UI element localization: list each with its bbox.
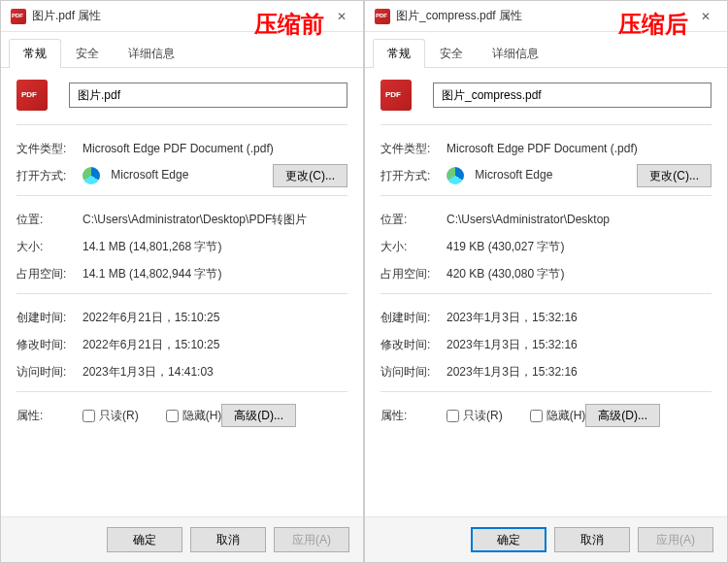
titlebar: 图片_compress.pdf 属性 ✕: [365, 1, 727, 32]
label-openwith: 打开方式:: [381, 168, 447, 184]
row-location: 位置: C:\Users\Administrator\Desktop\PDF转图…: [17, 206, 347, 233]
close-button[interactable]: ✕: [324, 3, 359, 30]
cancel-button[interactable]: 取消: [190, 527, 266, 552]
row-sizeondisk: 占用空间: 420 KB (430,080 字节): [381, 260, 711, 287]
value-openwith: Microsoft Edge: [83, 167, 273, 184]
pdf-file-icon: [17, 80, 48, 111]
value-created: 2022年6月21日，15:10:25: [83, 310, 347, 326]
advanced-button[interactable]: 高级(D)...: [585, 404, 660, 427]
row-created: 创建时间: 2023年1月3日，15:32:16: [381, 304, 711, 331]
label-modified: 修改时间:: [17, 337, 83, 353]
separator: [17, 293, 347, 294]
row-filetype: 文件类型: Microsoft Edge PDF Document (.pdf): [381, 135, 711, 162]
separator: [17, 195, 347, 196]
label-created: 创建时间:: [381, 310, 447, 326]
change-button[interactable]: 更改(C)...: [637, 164, 711, 187]
value-accessed: 2023年1月3日，15:32:16: [447, 364, 711, 381]
value-size: 419 KB (430,027 字节): [447, 239, 711, 255]
separator: [381, 195, 711, 196]
hidden-checkbox[interactable]: 隐藏(H): [166, 408, 222, 424]
value-filetype: Microsoft Edge PDF Document (.pdf): [447, 142, 711, 155]
separator: [17, 124, 347, 125]
row-openwith: 打开方式: Microsoft Edge 更改(C)...: [17, 162, 347, 189]
separator: [17, 391, 347, 392]
apply-button[interactable]: 应用(A): [274, 527, 349, 552]
row-filetype: 文件类型: Microsoft Edge PDF Document (.pdf): [17, 135, 347, 162]
value-accessed: 2023年1月3日，14:41:03: [83, 364, 347, 381]
row-modified: 修改时间: 2022年6月21日，15:10:25: [17, 331, 347, 358]
value-location: C:\Users\Administrator\Desktop\PDF转图片: [83, 212, 347, 228]
apply-button[interactable]: 应用(A): [638, 527, 713, 552]
readonly-checkbox[interactable]: 只读(R): [83, 408, 139, 424]
close-button[interactable]: ✕: [688, 3, 723, 30]
readonly-input[interactable]: [447, 410, 459, 422]
label-openwith: 打开方式:: [17, 168, 83, 184]
label-filetype: 文件类型:: [381, 141, 447, 157]
hidden-input[interactable]: [166, 410, 179, 422]
footer: 确定 取消 应用(A): [1, 516, 363, 562]
value-openwith: Microsoft Edge: [447, 167, 637, 184]
readonly-label: 只读(R): [463, 408, 503, 424]
app-name: Microsoft Edge: [475, 168, 552, 182]
hidden-label: 隐藏(H): [182, 408, 222, 424]
tab-general[interactable]: 常规: [373, 39, 425, 68]
label-attributes: 属性:: [17, 408, 83, 424]
tab-details[interactable]: 详细信息: [114, 39, 189, 68]
ok-button[interactable]: 确定: [471, 527, 546, 552]
label-created: 创建时间:: [17, 310, 83, 326]
pdf-file-icon: [381, 80, 412, 111]
footer: 确定 取消 应用(A): [365, 516, 727, 562]
filename-input[interactable]: [433, 83, 711, 108]
tab-security[interactable]: 安全: [425, 39, 478, 68]
value-modified: 2023年1月3日，15:32:16: [447, 337, 711, 353]
file-header: [17, 80, 347, 111]
value-filetype: Microsoft Edge PDF Document (.pdf): [83, 142, 347, 155]
readonly-checkbox[interactable]: 只读(R): [447, 408, 503, 424]
cancel-button[interactable]: 取消: [554, 527, 630, 552]
change-button[interactable]: 更改(C)...: [273, 164, 347, 187]
label-attributes: 属性:: [381, 408, 447, 424]
tabs: 常规 安全 详细信息: [1, 38, 363, 68]
content: 文件类型: Microsoft Edge PDF Document (.pdf)…: [365, 68, 727, 516]
row-accessed: 访问时间: 2023年1月3日，14:41:03: [17, 358, 347, 385]
value-sizeondisk: 14.1 MB (14,802,944 字节): [83, 266, 347, 282]
separator: [381, 391, 711, 392]
value-modified: 2022年6月21日，15:10:25: [83, 337, 347, 353]
ok-button[interactable]: 确定: [107, 527, 182, 552]
label-filetype: 文件类型:: [17, 141, 83, 157]
attribute-checks: 只读(R) 隐藏(H): [447, 408, 585, 424]
row-attributes: 属性: 只读(R) 隐藏(H) 高级(D)...: [381, 402, 711, 429]
value-sizeondisk: 420 KB (430,080 字节): [447, 266, 711, 282]
tab-details[interactable]: 详细信息: [478, 39, 553, 68]
label-accessed: 访问时间:: [381, 364, 447, 381]
separator: [381, 293, 711, 294]
hidden-input[interactable]: [530, 410, 543, 422]
readonly-input[interactable]: [83, 410, 95, 422]
row-accessed: 访问时间: 2023年1月3日，15:32:16: [381, 358, 711, 385]
row-size: 大小: 419 KB (430,027 字节): [381, 233, 711, 260]
label-size: 大小:: [17, 239, 83, 255]
pdf-icon: [375, 9, 390, 24]
label-sizeondisk: 占用空间:: [381, 266, 447, 282]
readonly-label: 只读(R): [99, 408, 139, 424]
titlebar: 图片.pdf 属性 ✕: [1, 1, 363, 32]
filename-input[interactable]: [69, 83, 347, 108]
tab-security[interactable]: 安全: [61, 39, 114, 68]
advanced-button[interactable]: 高级(D)...: [221, 404, 296, 427]
tabs: 常规 安全 详细信息: [365, 38, 727, 68]
row-sizeondisk: 占用空间: 14.1 MB (14,802,944 字节): [17, 260, 347, 287]
tab-general[interactable]: 常规: [9, 39, 61, 68]
separator: [381, 124, 711, 125]
value-size: 14.1 MB (14,801,268 字节): [83, 239, 347, 255]
row-location: 位置: C:\Users\Administrator\Desktop: [381, 206, 711, 233]
window-title: 图片_compress.pdf 属性: [396, 8, 688, 24]
row-modified: 修改时间: 2023年1月3日，15:32:16: [381, 331, 711, 358]
row-size: 大小: 14.1 MB (14,801,268 字节): [17, 233, 347, 260]
label-modified: 修改时间:: [381, 337, 447, 353]
edge-icon: [447, 167, 464, 184]
row-created: 创建时间: 2022年6月21日，15:10:25: [17, 304, 347, 331]
label-size: 大小:: [381, 239, 447, 255]
app-name: Microsoft Edge: [111, 168, 188, 182]
properties-window-after: 图片_compress.pdf 属性 ✕ 压缩后 常规 安全 详细信息 文件类型…: [364, 0, 728, 563]
hidden-checkbox[interactable]: 隐藏(H): [530, 408, 586, 424]
